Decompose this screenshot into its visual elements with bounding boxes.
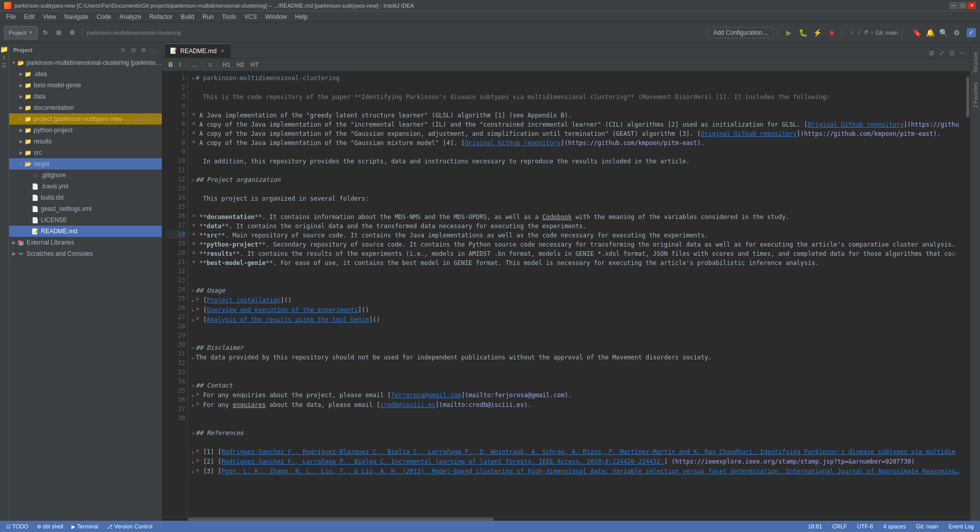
tree-item-license[interactable]: 📄 LICENSE <box>9 214 162 226</box>
sidebar-sync-icon[interactable]: ↻ <box>119 46 127 54</box>
settings-button[interactable]: ⚙ <box>66 26 78 39</box>
run-button[interactable]: ▶ <box>782 27 795 39</box>
vtab-structure[interactable]: Structure <box>971 47 979 78</box>
menu-window[interactable]: Window <box>261 11 291 22</box>
line-num-31: 31 <box>166 349 185 358</box>
menu-view[interactable]: View <box>39 11 60 22</box>
menu-help[interactable]: Help <box>291 11 312 22</box>
project-dropdown-label: Project <box>9 30 26 36</box>
tree-item-results[interactable]: ▶ 📁 results <box>9 136 162 147</box>
line-col-indicator[interactable]: 18:81 <box>806 521 824 532</box>
tree-item-scratches[interactable]: ▶ ✏ Scratches and Consoles <box>9 248 162 259</box>
menu-file[interactable]: File <box>2 11 20 22</box>
project-dropdown[interactable]: Project ▼ <box>4 26 38 39</box>
line-num-37: 37 <box>166 404 185 414</box>
tree-item-geast-settings[interactable]: 📄 geast_settings.xml <box>9 203 162 214</box>
h1-button[interactable]: H1 <box>220 60 232 70</box>
ht-button[interactable]: HT <box>249 60 261 70</box>
vtab-favorites[interactable]: 2 Favorites <box>971 80 979 110</box>
activity-commit-icon[interactable]: ± <box>0 53 8 61</box>
tree-root[interactable]: ▼ 📂 parkinson-multidimensional-clusterin… <box>9 57 162 68</box>
license-label: LICENSE <box>41 216 67 224</box>
tree-item-best-model[interactable]: ▶ 📁 best-model-genie <box>9 80 162 91</box>
code-editor[interactable]: ▼# parkinson-multidimensional-clustering… <box>188 71 966 517</box>
todo-button[interactable]: ☑ TODO <box>4 521 31 532</box>
sbt-icon: ⚙ <box>37 524 41 529</box>
version-control-button[interactable]: ⎇ Version Control <box>105 521 155 532</box>
event-log-label: Event Log <box>948 523 974 529</box>
tree-item-python[interactable]: ▶ 📁 python-project <box>9 125 162 136</box>
tree-item-external-libs[interactable]: ▶ 📚 External Libraries <box>9 237 162 248</box>
tab-split-button[interactable]: ⊟ <box>947 49 957 58</box>
layout-button[interactable]: ⊞ <box>53 26 64 39</box>
line-num-2: 2 <box>166 83 185 92</box>
notifications-button[interactable]: 🔔 <box>924 27 936 39</box>
git-indicator[interactable]: Git: main <box>914 521 940 532</box>
tree-item-documentation[interactable]: ▶ 📁 documentation <box>9 102 162 113</box>
encoding-indicator[interactable]: UTF-8 <box>855 521 875 532</box>
tab-readme[interactable]: 📝 README.md ✕ <box>164 43 231 58</box>
menu-analyze[interactable]: Analyze <box>115 11 145 22</box>
more-button[interactable]: … <box>189 60 200 70</box>
add-configuration-button[interactable]: Add Configuration… <box>707 27 774 38</box>
encoding-label: UTF-8 <box>857 523 873 529</box>
activity-structure-icon[interactable]: ☰ <box>0 61 8 69</box>
titlebar-controls: ─ □ ✕ <box>949 2 976 9</box>
minimize-button[interactable]: ─ <box>949 2 958 9</box>
list-button[interactable]: ≡ <box>206 60 214 70</box>
menu-run[interactable]: Run <box>199 11 218 22</box>
menu-navigate[interactable]: Navigate <box>60 11 92 22</box>
tree-item-target[interactable]: ▼ 📂 target <box>9 158 162 170</box>
activity-project-icon[interactable]: 📁 <box>0 45 8 53</box>
menu-tools[interactable]: Tools <box>218 11 240 22</box>
tree-item-data[interactable]: ▶ 📁 data <box>9 91 162 102</box>
horizontal-scrollbar-thumb[interactable] <box>188 518 494 521</box>
sbt-shell-button[interactable]: ⚙ sbt shell <box>35 521 65 532</box>
run-with-coverage-button[interactable]: ⚡ <box>811 27 823 39</box>
indent-indicator[interactable]: 4 spaces <box>881 521 908 532</box>
data-label: data <box>34 93 45 100</box>
line-num-11: 11 <box>166 165 185 175</box>
sync-button[interactable]: ↻ <box>40 26 51 39</box>
tab-list-button[interactable]: ⊞ <box>927 49 936 58</box>
vertical-scrollbar[interactable] <box>966 71 970 517</box>
outer-layout: 📁 ± ☰ Project ↻ ⊟ ⚙ … <box>0 43 980 521</box>
menu-code[interactable]: Code <box>92 11 115 22</box>
tree-item-project-build[interactable]: ▶ 📁 project [parkinson-subtypes-new-buil… <box>9 113 162 125</box>
menu-vcs[interactable]: VCS <box>240 11 261 22</box>
tab-more-button[interactable]: ⋯ <box>958 49 968 58</box>
tree-item-idea[interactable]: ▶ 📁 .idea <box>9 68 162 80</box>
settings-gear-button[interactable]: ⚙ <box>950 27 963 39</box>
menu-refactor[interactable]: Refactor <box>145 11 177 22</box>
close-button[interactable]: ✕ <box>968 2 976 9</box>
crlf-indicator[interactable]: CRLF <box>830 521 849 532</box>
sidebar-collapse-icon[interactable]: ⊟ <box>129 46 137 54</box>
stop-button[interactable]: ■ <box>825 27 838 39</box>
tree-item-build-sbt[interactable]: 📄 build.sbt <box>9 192 162 203</box>
terminal-button[interactable]: ▶ Terminal <box>69 521 101 532</box>
titlebar: parkinson-subtypes-new [C:\Users\Fer\Doc… <box>0 0 980 11</box>
bold-button[interactable]: B <box>166 60 175 70</box>
menu-build[interactable]: Build <box>177 11 199 22</box>
h2-button[interactable]: H2 <box>234 60 246 70</box>
line-num-1: 1 <box>166 74 185 83</box>
sidebar-settings-icon[interactable]: ⚙ <box>139 46 148 54</box>
menu-edit[interactable]: Edit <box>20 11 39 22</box>
horizontal-scrollbar[interactable] <box>162 517 970 521</box>
tab-expand-button[interactable]: ⤢ <box>937 49 946 58</box>
tree-item-readme[interactable]: 📝 README.md <box>9 226 162 237</box>
tree-item-travis[interactable]: 📄 .travis.yml <box>9 181 162 192</box>
scrollbar-thumb[interactable] <box>966 77 969 117</box>
tab-readme-close[interactable]: ✕ <box>219 47 226 54</box>
tree-item-src[interactable]: ▶ 📁 src <box>9 147 162 158</box>
italic-button[interactable]: I <box>177 60 183 70</box>
debug-button[interactable]: 🐛 <box>797 27 809 39</box>
search-everywhere-button[interactable]: 🔍 <box>937 27 949 39</box>
line-num-6: 6 <box>166 119 185 129</box>
sidebar-gear-icon[interactable]: … <box>150 46 158 54</box>
geast-label: geast_settings.xml <box>41 205 91 212</box>
event-log-button[interactable]: Event Log <box>946 521 976 532</box>
bookmark-button[interactable]: 🔖 <box>911 27 923 39</box>
maximize-button[interactable]: □ <box>959 2 967 9</box>
tree-item-gitignore[interactable]: ⎅ .gitignore <box>9 170 162 181</box>
